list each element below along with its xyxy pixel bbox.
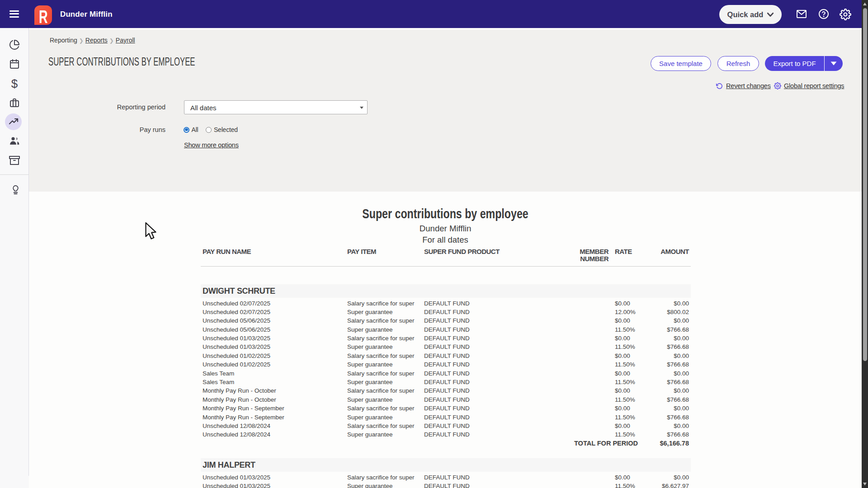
svg-text:R: R [39, 6, 48, 25]
